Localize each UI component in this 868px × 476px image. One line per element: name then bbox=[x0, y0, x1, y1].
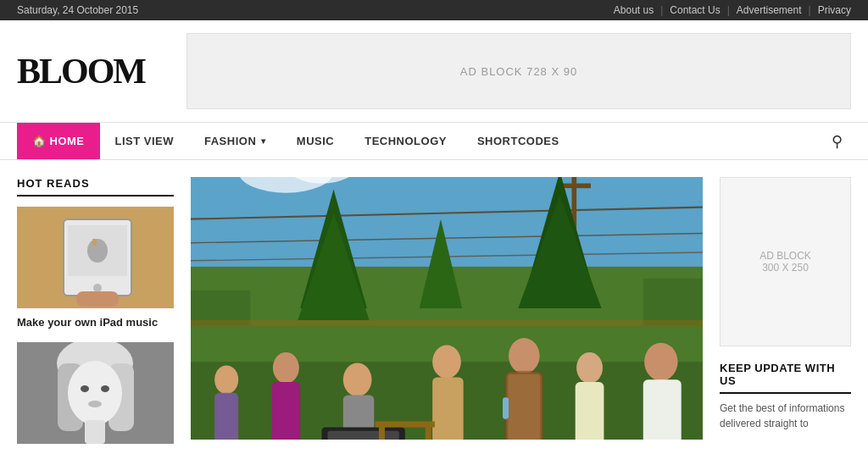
hot-reads-item-1: Make your own iPad music bbox=[17, 207, 174, 330]
home-icon: 🏠 bbox=[32, 135, 47, 147]
photo-scene bbox=[191, 177, 703, 440]
svg-rect-36 bbox=[214, 393, 238, 440]
nav-item-home[interactable]: 🏠 HOME bbox=[17, 123, 100, 159]
sidebar-left: HOT READS Make your own iPad music bbox=[17, 177, 174, 456]
svg-point-13 bbox=[101, 385, 109, 392]
sep-2: | bbox=[727, 4, 730, 16]
hot-reads-image-1[interactable] bbox=[17, 207, 174, 308]
center-content bbox=[191, 177, 703, 456]
svg-rect-6 bbox=[76, 291, 119, 307]
svg-point-48 bbox=[576, 352, 603, 384]
advertisement-link[interactable]: Advertisement bbox=[737, 4, 802, 16]
svg-rect-52 bbox=[503, 397, 509, 418]
nav-item-technology[interactable]: TECHNOLOGY bbox=[349, 123, 462, 159]
nav-fashion-label: FASHION bbox=[204, 135, 256, 147]
svg-rect-55 bbox=[426, 426, 431, 440]
search-button[interactable]: ⚲ bbox=[823, 124, 851, 159]
svg-point-39 bbox=[343, 363, 372, 396]
hot-reads-item-1-title[interactable]: Make your own iPad music bbox=[17, 315, 174, 330]
nav-item-listview[interactable]: LIST VIEW bbox=[100, 123, 190, 159]
about-us-link[interactable]: About us bbox=[614, 4, 654, 16]
main-content: HOT READS Make your own iPad music bbox=[0, 160, 868, 473]
ad-block-label: AD BLOCK bbox=[760, 250, 811, 262]
svg-rect-38 bbox=[272, 382, 301, 440]
nav-home-label: HOME bbox=[50, 135, 85, 147]
nav-item-music[interactable]: MUSIC bbox=[281, 123, 349, 159]
svg-point-50 bbox=[644, 343, 677, 381]
keep-update-title: KEEP UPDATE WITH US bbox=[720, 362, 851, 394]
nav-items: 🏠 HOME LIST VIEW FASHION ▾ MUSIC TECHNOL… bbox=[17, 123, 823, 159]
ad-block-small: AD BLOCK 300 X 250 bbox=[720, 177, 851, 346]
woman-illustration bbox=[17, 342, 174, 444]
svg-point-45 bbox=[509, 338, 540, 374]
nav-item-fashion[interactable]: FASHION ▾ bbox=[189, 123, 281, 159]
hot-reads-image-2[interactable] bbox=[17, 342, 174, 444]
svg-rect-46 bbox=[506, 373, 542, 440]
keep-update-text: Get the best of informations delivered s… bbox=[720, 401, 851, 431]
nav-item-shortcodes[interactable]: SHORTCODES bbox=[462, 123, 575, 159]
svg-point-11 bbox=[68, 361, 122, 425]
hot-reads-item-2 bbox=[17, 342, 174, 444]
main-nav: 🏠 HOME LIST VIEW FASHION ▾ MUSIC TECHNOL… bbox=[0, 122, 868, 160]
svg-rect-5 bbox=[92, 239, 97, 246]
top-bar: Saturday, 24 October 2015 About us | Con… bbox=[0, 0, 868, 20]
top-bar-links: About us | Contact Us | Advertisement | … bbox=[614, 4, 851, 16]
ipad-illustration bbox=[17, 207, 174, 308]
svg-rect-44 bbox=[432, 377, 464, 440]
date-label: Saturday, 24 October 2015 bbox=[17, 4, 138, 16]
nav-shortcodes-label: SHORTCODES bbox=[477, 135, 559, 147]
sidebar-right: AD BLOCK 300 X 250 KEEP UPDATE WITH US G… bbox=[720, 177, 851, 456]
svg-point-37 bbox=[273, 352, 299, 384]
svg-point-4 bbox=[87, 239, 108, 263]
hot-reads-title: HOT READS bbox=[17, 177, 174, 196]
ad-block-header: AD BLOCK 728 X 90 bbox=[186, 33, 851, 109]
sep-3: | bbox=[809, 4, 811, 16]
nav-technology-label: TECHNOLOGY bbox=[364, 135, 447, 147]
nav-music-label: MUSIC bbox=[297, 135, 334, 147]
scene-svg bbox=[191, 177, 703, 440]
main-photo[interactable] bbox=[191, 177, 703, 440]
svg-rect-51 bbox=[643, 379, 682, 440]
svg-rect-54 bbox=[379, 426, 385, 440]
svg-point-14 bbox=[88, 401, 102, 407]
nav-listview-label: LIST VIEW bbox=[115, 135, 175, 147]
svg-rect-15 bbox=[85, 420, 105, 444]
search-icon: ⚲ bbox=[832, 133, 843, 150]
contact-us-link[interactable]: Contact Us bbox=[670, 4, 720, 16]
privacy-link[interactable]: Privacy bbox=[818, 4, 851, 16]
site-logo[interactable]: BLOOM bbox=[17, 51, 170, 91]
svg-rect-49 bbox=[576, 382, 604, 440]
fashion-dropdown-icon: ▾ bbox=[261, 136, 266, 146]
keep-update-section: KEEP UPDATE WITH US Get the best of info… bbox=[720, 362, 851, 431]
svg-rect-42 bbox=[328, 431, 399, 440]
svg-point-12 bbox=[81, 385, 89, 392]
svg-point-35 bbox=[214, 365, 238, 394]
svg-point-43 bbox=[432, 346, 461, 379]
header: BLOOM AD BLOCK 728 X 90 bbox=[0, 20, 868, 122]
sep-1: | bbox=[660, 4, 663, 16]
svg-point-3 bbox=[93, 284, 102, 292]
ad-block-size: 300 X 250 bbox=[762, 262, 809, 274]
